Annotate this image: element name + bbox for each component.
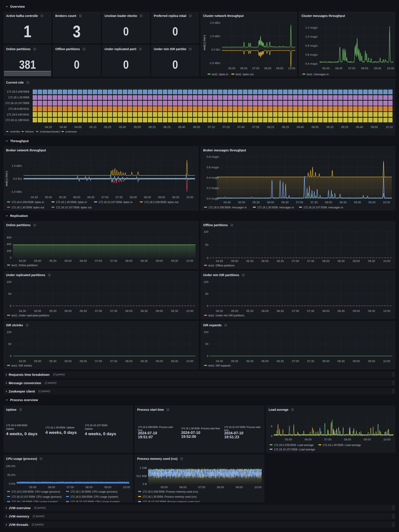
svg-text:172.16.1.30:5556: Process memo: 172.16.1.30:5556: Process memory used (r… <box>143 495 197 498</box>
svg-text:0.8 msg/s: 0.8 msg/s <box>207 155 219 158</box>
svg-text:0: 0 <box>207 355 208 358</box>
svg-text:0.8 msg/s: 0.8 msg/s <box>305 44 318 47</box>
svg-text:08:00: 08:00 <box>125 259 133 262</box>
svg-text:08:00: 08:00 <box>322 360 330 363</box>
svg-text:172.16.1.30:5556: CPU usage (p: 172.16.1.30:5556: CPU usage (process) <box>70 490 118 493</box>
svg-text:04:25: 04:25 <box>45 125 52 129</box>
svg-text:07:30: 07:30 <box>307 260 314 263</box>
svg-text:05:00: 05:00 <box>161 486 168 489</box>
svg-text:05:30: 05:30 <box>246 309 254 313</box>
svg-text:10:00: 10:00 <box>387 67 394 70</box>
svg-text:1 GiB: 1 GiB <box>140 466 147 469</box>
svg-text:zookeeper: zookeeper <box>65 130 77 133</box>
svg-text:out(-) | in(+): out(-) | in(+) <box>203 35 206 50</box>
svg-text:07:00: 07:00 <box>292 260 299 263</box>
svg-text:06:00: 06:00 <box>261 360 269 363</box>
svg-text:1.2 msg/s: 1.2 msg/s <box>305 26 318 29</box>
svg-text:07:00: 07:00 <box>198 486 205 489</box>
svg-text:0: 0 <box>10 256 11 260</box>
svg-text:10:00: 10:00 <box>186 360 193 363</box>
svg-text:06:10: 06:10 <box>148 125 156 129</box>
svg-text:08:30: 08:30 <box>339 201 347 204</box>
svg-text:04:30: 04:30 <box>216 309 223 313</box>
svg-text:07:00: 07:00 <box>95 309 102 313</box>
svg-text:172.16.10.107:5556: CPU usage: 172.16.10.107:5556: CPU usage (process) <box>12 495 62 498</box>
svg-text:09:00: 09:00 <box>158 196 165 199</box>
svg-text:2.0 kB/s: 2.0 kB/s <box>210 21 220 25</box>
svg-text:05:00: 05:00 <box>322 67 330 70</box>
svg-text:09:30: 09:30 <box>368 201 376 204</box>
svg-text:05:00: 05:00 <box>34 309 41 313</box>
svg-text:05:30: 05:30 <box>49 360 56 363</box>
svg-text:06:30: 06:30 <box>87 196 94 199</box>
svg-text:172.16.0.208:5556: CPU usage (: 172.16.0.208:5556: CPU usage (process) <box>12 490 60 493</box>
svg-text:08:30: 08:30 <box>337 309 345 313</box>
svg-text:06:00: 06:00 <box>305 438 312 441</box>
svg-text:07:00: 07:00 <box>292 309 299 313</box>
svg-text:09:30: 09:30 <box>172 196 179 199</box>
svg-text:06:30: 06:30 <box>277 309 284 313</box>
svg-text:50: 50 <box>205 292 208 296</box>
svg-text:04:30: 04:30 <box>19 360 26 363</box>
svg-text:05:00: 05:00 <box>29 486 36 489</box>
svg-text:07:30: 07:30 <box>310 201 318 204</box>
svg-text:05:00: 05:00 <box>231 260 238 263</box>
svg-text:07:30: 07:30 <box>110 259 117 262</box>
svg-text:172.16.10.107:5556: Process me: 172.16.10.107:5556: Process memory used … <box>143 500 200 502</box>
svg-text:09:00: 09:00 <box>156 309 163 313</box>
svg-text:08:00: 08:00 <box>85 486 93 489</box>
svg-text:test1: ISR expands: test1: ISR expands <box>208 364 231 367</box>
svg-text:05:30: 05:30 <box>59 196 66 199</box>
svg-text:512 MiB: 512 MiB <box>136 474 147 477</box>
svg-text:08:30: 08:30 <box>140 360 148 363</box>
svg-text:06:30: 06:30 <box>80 360 87 363</box>
svg-text:1.0 msg/s: 1.0 msg/s <box>305 35 318 38</box>
svg-text:06:30: 06:30 <box>277 360 284 363</box>
svg-text:zookeeper(leader): zookeeper(leader) <box>40 130 60 133</box>
svg-text:172.16.0.208:5556: CPU usage (: 172.16.0.208:5556: CPU usage (system) <box>70 495 118 498</box>
svg-text:09:00: 09:00 <box>156 360 163 363</box>
svg-text:09:30: 09:30 <box>171 360 178 363</box>
svg-text:05:00: 05:00 <box>34 259 41 262</box>
svg-text:50: 50 <box>8 342 11 346</box>
svg-text:09:00: 09:00 <box>353 360 360 363</box>
svg-text:50.0%: 50.0% <box>7 473 15 476</box>
svg-text:172.16.0.208:5556: bytes in: 172.16.0.208:5556: bytes in <box>12 201 44 204</box>
svg-text:07:00: 07:00 <box>101 196 109 199</box>
svg-text:08:00: 08:00 <box>322 309 330 313</box>
svg-text:08:00: 08:00 <box>125 309 133 313</box>
svg-text:100: 100 <box>204 330 208 334</box>
svg-text:08:00: 08:00 <box>361 67 368 70</box>
svg-text:09:40: 09:40 <box>356 125 363 129</box>
svg-text:10:00: 10:00 <box>254 486 262 489</box>
svg-text:08:30: 08:30 <box>144 196 151 199</box>
svg-text:100: 100 <box>204 280 208 284</box>
svg-text:0.0%: 0.0% <box>9 482 15 485</box>
svg-text:10:00: 10:00 <box>186 309 193 313</box>
svg-text:0.0 B/s: 0.0 B/s <box>212 48 220 51</box>
svg-text:10:00: 10:00 <box>383 360 390 363</box>
svg-text:5: 5 <box>271 425 272 428</box>
svg-text:06:30: 06:30 <box>80 259 87 262</box>
svg-text:06:00: 06:00 <box>48 486 55 489</box>
svg-text:172.16.0.208:5556: bytes out: 172.16.0.208:5556: bytes out <box>144 201 179 204</box>
svg-text:06:00: 06:00 <box>64 309 72 313</box>
svg-text:05:00: 05:00 <box>228 67 236 70</box>
svg-text:172.16.0.208:5556: 172.16.0.208:5556 <box>6 90 29 93</box>
svg-text:0: 0 <box>10 304 11 308</box>
svg-text:07:30: 07:30 <box>110 309 117 313</box>
svg-text:200: 200 <box>6 249 12 253</box>
svg-text:test1: Online partitions: test1: Online partitions <box>12 264 37 267</box>
svg-text:-1.0 kB/s: -1.0 kB/s <box>209 61 220 65</box>
svg-text:04:30: 04:30 <box>216 360 223 363</box>
svg-text:07:30: 07:30 <box>307 360 314 363</box>
svg-text:07:40: 07:40 <box>237 125 245 129</box>
svg-text:09:30: 09:30 <box>171 259 178 262</box>
svg-text:06:55: 06:55 <box>193 125 200 129</box>
svg-text:06:00: 06:00 <box>64 360 72 363</box>
svg-text:172.16.1.30:5556: CPU usage (s: 172.16.1.30:5556: CPU usage (system) <box>12 500 58 502</box>
svg-text:172.16.10.107:5556: bytes out: 172.16.10.107:5556: bytes out <box>56 206 92 209</box>
svg-text:50: 50 <box>205 342 208 346</box>
svg-text:172.16.10.107:5556: messages i: 172.16.10.107:5556: messages in <box>303 206 343 209</box>
svg-text:172.16.0.208:5556: messages in: 172.16.0.208:5556: messages in <box>208 206 247 209</box>
